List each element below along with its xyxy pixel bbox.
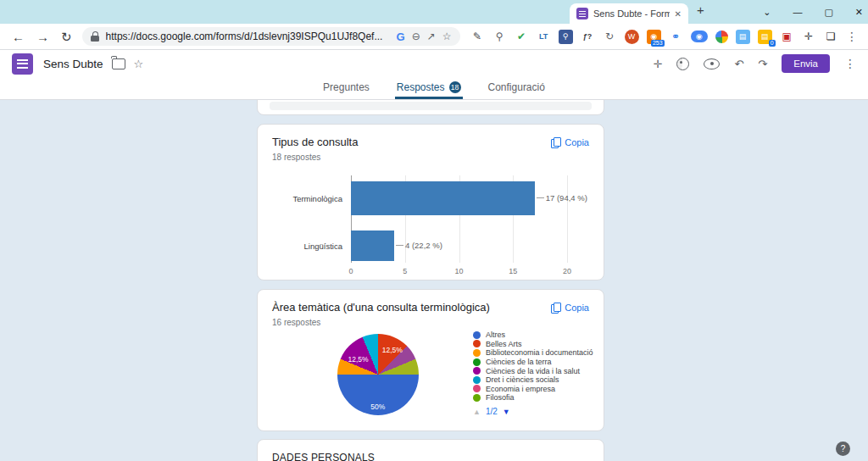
legend-label: Altres bbox=[486, 330, 505, 339]
legend-label: Economia i empresa bbox=[486, 385, 555, 393]
legend-label: Filosofia bbox=[486, 393, 515, 402]
pie-slice-label: 12,5% bbox=[382, 346, 403, 354]
reload-button[interactable]: ↻ bbox=[61, 31, 72, 43]
ext-wordpress-icon[interactable]: W bbox=[625, 30, 639, 44]
bar-chart: 05101520Terminològica17 (94,4 %)Lingüíst… bbox=[351, 175, 567, 263]
forward-button[interactable]: → bbox=[36, 31, 49, 43]
star-icon[interactable]: ☆ bbox=[134, 58, 144, 70]
card-subtitle: 18 respostes bbox=[272, 153, 358, 162]
tab-close-icon[interactable]: ✕ bbox=[675, 9, 682, 19]
legend-dot bbox=[473, 394, 481, 402]
ext-sticky-notes-icon[interactable]: ▤0 bbox=[758, 30, 772, 44]
responses-content: Tipus de consulta 18 respostes Copia 051… bbox=[0, 100, 868, 461]
legend-label: Ciències de la vida i la salut bbox=[486, 367, 580, 375]
ext-side-panel-icon[interactable]: ❏ bbox=[824, 30, 838, 44]
url-bar[interactable]: https://docs.google.com/forms/d/1dslevnj… bbox=[82, 27, 460, 46]
send-button[interactable]: Envia bbox=[782, 54, 830, 73]
answer-chip bbox=[270, 102, 592, 110]
copy-button[interactable]: Copia bbox=[551, 303, 589, 313]
form-menu-icon[interactable]: ⋮ bbox=[844, 57, 856, 70]
bar-ling-stica bbox=[351, 230, 394, 261]
legend-label: Biblioteconomia i documentació bbox=[486, 348, 593, 357]
tab-search-chevron-icon[interactable]: ⌄ bbox=[763, 8, 771, 17]
ext-blue-search-icon[interactable]: ⚲ bbox=[559, 30, 573, 44]
google-icon: G bbox=[397, 31, 405, 43]
browser-window: Sens Dubte - Form ✕ + ⌄ — ▢ ✕ ← → ↻ http… bbox=[0, 0, 868, 461]
lock-icon[interactable] bbox=[91, 31, 99, 42]
grid-line bbox=[567, 175, 568, 263]
preview-eye-icon[interactable] bbox=[704, 58, 720, 69]
bar-value-annotation: 4 (22,2 %) bbox=[396, 241, 442, 250]
previous-question-card bbox=[257, 100, 604, 115]
browser-toolbar: ← → ↻ https://docs.google.com/forms/d/1d… bbox=[0, 24, 868, 50]
x-tick-label: 15 bbox=[509, 267, 517, 275]
legend-dot bbox=[473, 331, 481, 339]
browser-tab[interactable]: Sens Dubte - Form ✕ bbox=[570, 3, 688, 24]
url-text[interactable]: https://docs.google.com/forms/d/1dslevnj… bbox=[106, 31, 390, 42]
google-forms-logo[interactable] bbox=[12, 53, 33, 75]
ext-document-icon[interactable]: ▤ bbox=[736, 30, 750, 44]
redo-icon[interactable]: ↷ bbox=[758, 58, 767, 70]
ext-rss-feed-icon[interactable]: ◉253 bbox=[647, 30, 661, 44]
tab-strip: Sens Dubte - Form ✕ + ⌄ — ▢ ✕ bbox=[0, 0, 868, 24]
ext-grammar-check-icon[interactable]: ✔ bbox=[515, 30, 529, 44]
legend-dot bbox=[473, 340, 481, 347]
ext-color-picker-icon[interactable]: ✎ bbox=[470, 30, 485, 44]
pie-chart-card: Àrea temàtica (d'una consulta terminològ… bbox=[257, 289, 604, 431]
copy-button[interactable]: Copia bbox=[551, 137, 589, 147]
maximize-button[interactable]: ▢ bbox=[824, 8, 832, 17]
page-indicator: 1/2 bbox=[486, 407, 498, 416]
section-card: DADES PERSONALS bbox=[257, 439, 604, 461]
legend-item: Filosofia bbox=[473, 393, 593, 403]
legend-label: Ciències de la terra bbox=[486, 358, 552, 366]
tab-label: Respostes bbox=[397, 81, 445, 93]
tab-title: Sens Dubte - Form bbox=[593, 8, 670, 19]
ext-font-finder-icon[interactable]: ƒ? bbox=[581, 30, 595, 44]
ext-session-restore-icon[interactable]: ↻ bbox=[603, 30, 617, 44]
back-button[interactable]: ← bbox=[12, 31, 25, 43]
copy-icon bbox=[551, 303, 559, 313]
tab-configuraci-[interactable]: Configuració bbox=[487, 81, 547, 99]
help-button[interactable]: ? bbox=[836, 442, 850, 456]
ext-languagetool-icon[interactable]: LT bbox=[537, 30, 551, 44]
pie-slice-label: 50% bbox=[370, 403, 385, 411]
window-controls: ⌄ — ▢ ✕ bbox=[763, 0, 863, 24]
new-tab-button[interactable]: + bbox=[697, 3, 704, 17]
ext-magnifier-icon[interactable]: ⚲ bbox=[492, 30, 507, 44]
browser-menu-icon[interactable]: ⋮ bbox=[846, 30, 858, 43]
tab-respostes[interactable]: Respostes18 bbox=[395, 81, 463, 99]
theme-palette-icon[interactable] bbox=[676, 58, 689, 70]
minimize-button[interactable]: — bbox=[793, 8, 802, 17]
x-tick-label: 10 bbox=[454, 267, 463, 275]
close-window-button[interactable]: ✕ bbox=[855, 8, 863, 17]
x-tick-label: 5 bbox=[403, 267, 407, 275]
share-icon[interactable]: ↗ bbox=[427, 31, 436, 42]
legend-dot bbox=[473, 358, 481, 366]
page-up-icon[interactable]: ▲ bbox=[473, 408, 481, 416]
ext-color-palette-icon[interactable] bbox=[715, 31, 728, 43]
ext-puzzle-icon[interactable]: ✛ bbox=[802, 30, 816, 44]
ext-clipboard-icon[interactable]: ▣ bbox=[780, 30, 794, 44]
add-ons-icon[interactable]: ✛ bbox=[654, 58, 663, 70]
tab-preguntes[interactable]: Preguntes bbox=[321, 81, 371, 99]
legend-label: Dret i ciències socials bbox=[486, 375, 559, 384]
legend-item: Dret i ciències socials bbox=[473, 375, 593, 385]
ext-badge: 253 bbox=[651, 40, 665, 47]
ext-eye-reader-icon[interactable]: ◉ bbox=[691, 31, 708, 42]
header-actions: ✛ ↶ ↷ Envia ⋮ bbox=[654, 54, 857, 73]
move-to-folder-icon[interactable] bbox=[112, 58, 125, 69]
page-down-icon[interactable]: ▼ bbox=[503, 408, 510, 416]
bar-chart-card: Tipus de consulta 18 respostes Copia 051… bbox=[257, 124, 604, 280]
x-tick-label: 0 bbox=[348, 267, 353, 275]
legend-pagination: ▲ 1/2 ▼ bbox=[473, 407, 510, 416]
responses-count-badge: 18 bbox=[449, 81, 461, 93]
undo-icon[interactable]: ↶ bbox=[734, 58, 743, 70]
category-label: Terminològica bbox=[272, 194, 342, 203]
pie-slice-label: 12,5% bbox=[348, 355, 368, 364]
zoom-out-icon[interactable]: ⊖ bbox=[412, 31, 420, 42]
document-title[interactable]: Sens Dubte bbox=[43, 58, 103, 70]
legend-item: Economia i empresa bbox=[473, 385, 593, 394]
ext-link-icon[interactable]: ⚭ bbox=[669, 30, 683, 44]
bookmark-star-icon[interactable]: ☆ bbox=[442, 31, 452, 42]
legend-dot bbox=[473, 376, 481, 384]
